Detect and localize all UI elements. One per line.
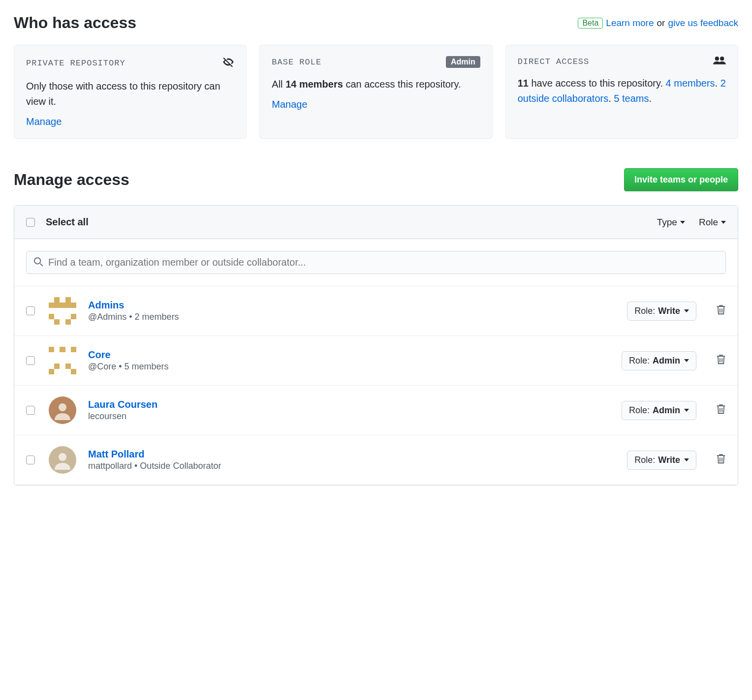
row-checkbox[interactable] (26, 306, 35, 315)
role-prefix: Role: (629, 356, 650, 366)
card-title: PRIVATE REPOSITORY (26, 59, 125, 68)
role-prefix: Role: (629, 405, 650, 416)
entity-info: Admins@Admins • 2 members (88, 300, 627, 322)
beta-badge: Beta (578, 18, 603, 29)
search-area (14, 239, 738, 286)
or-text: or (657, 18, 665, 29)
entity-info: Core@Core • 5 members (88, 349, 622, 372)
svg-point-0 (715, 57, 719, 61)
delete-button[interactable] (716, 354, 726, 367)
role-dropdown[interactable]: Role: Admin (622, 401, 696, 420)
entity-info: Laura Coursenlecoursen (88, 399, 622, 422)
who-has-access-header: Who has access Beta Learn more or give u… (14, 14, 738, 32)
entity-name-link[interactable]: Laura Coursen (88, 399, 157, 410)
entity-subtext: lecoursen (88, 411, 622, 422)
text: can access this repository. (343, 79, 461, 90)
people-icon (713, 56, 726, 67)
select-all-label: Select all (46, 216, 89, 228)
role-prefix: Role: (634, 455, 655, 465)
svg-point-5 (59, 453, 66, 461)
row-checkbox[interactable] (26, 356, 35, 365)
row-checkbox[interactable] (26, 406, 35, 415)
row-checkbox[interactable] (26, 456, 35, 464)
feedback-link[interactable]: give us feedback (668, 18, 738, 29)
card-title: BASE ROLE (272, 58, 321, 67)
text: All (272, 79, 285, 90)
learn-more-link[interactable]: Learn more (606, 18, 654, 29)
page-title: Who has access (14, 14, 136, 32)
select-all-checkbox[interactable] (26, 218, 35, 227)
access-row: Matt Pollardmattpollard • Outside Collab… (14, 435, 738, 485)
filter-type[interactable]: Type (657, 217, 685, 228)
entity-name-link[interactable]: Matt Pollard (88, 449, 144, 459)
role-dropdown[interactable]: Role: Write (627, 451, 696, 470)
entity-subtext: mattpollard • Outside Collaborator (88, 461, 627, 471)
role-value: Admin (653, 405, 680, 416)
user-avatar (49, 446, 76, 474)
chevron-down-icon (721, 221, 726, 224)
filter-label: Role (699, 217, 718, 228)
entity-subtext: @Admins • 2 members (88, 312, 627, 322)
section-title: Manage access (14, 171, 129, 189)
chevron-down-icon (684, 458, 689, 461)
access-row: Admins@Admins • 2 membersRole: Write (14, 286, 738, 336)
manage-link[interactable]: Manage (26, 116, 62, 127)
text: . (649, 93, 652, 104)
entity-name-link[interactable]: Admins (88, 300, 124, 310)
search-box[interactable] (26, 251, 726, 274)
list-header: Select all Type Role (14, 206, 738, 239)
card-body: All 14 members can access this repositor… (272, 77, 480, 92)
role-value: Write (658, 306, 680, 316)
svg-point-1 (720, 57, 724, 61)
card-direct-access: DIRECT ACCESS 11 have access to this rep… (505, 45, 738, 139)
role-dropdown[interactable]: Role: Write (627, 302, 696, 321)
chevron-down-icon (684, 309, 689, 312)
user-avatar (49, 396, 76, 424)
invite-button[interactable]: Invite teams or people (624, 168, 738, 191)
svg-line-3 (40, 263, 43, 266)
chevron-down-icon (680, 221, 685, 224)
filter-label: Type (657, 217, 677, 228)
avatar (49, 347, 76, 374)
search-icon (33, 257, 43, 269)
card-body: Only those with access to this repositor… (26, 79, 234, 109)
entity-subtext: @Core • 5 members (88, 362, 622, 372)
svg-point-2 (34, 257, 41, 264)
access-row: Laura CoursenlecoursenRole: Admin (14, 386, 738, 435)
card-body: 11 have access to this repository. 4 mem… (518, 76, 726, 106)
entity-info: Matt Pollardmattpollard • Outside Collab… (88, 449, 627, 471)
chevron-down-icon (684, 359, 689, 362)
card-private-repo: PRIVATE REPOSITORY Only those with acces… (14, 45, 247, 139)
role-value: Write (658, 455, 680, 465)
access-list-box: Select all Type Role Admins@Admins • 2 m… (14, 205, 738, 486)
delete-button[interactable] (716, 454, 726, 466)
filter-role[interactable]: Role (699, 217, 726, 228)
svg-point-4 (59, 403, 66, 411)
card-base-role: BASE ROLE Admin All 14 members can acces… (259, 45, 492, 139)
text: . (715, 78, 721, 89)
header-actions: Beta Learn more or give us feedback (578, 18, 738, 29)
manage-link[interactable]: Manage (272, 99, 307, 110)
avatar (49, 297, 76, 325)
role-value: Admin (653, 356, 680, 366)
access-count: 11 (518, 78, 529, 89)
role-prefix: Role: (634, 306, 655, 316)
delete-button[interactable] (716, 404, 726, 417)
manage-access-header: Manage access Invite teams or people (14, 168, 738, 191)
access-cards: PRIVATE REPOSITORY Only those with acces… (14, 45, 738, 139)
search-input[interactable] (47, 256, 719, 269)
access-row: Core@Core • 5 membersRole: Admin (14, 336, 738, 386)
team-avatar (49, 347, 76, 374)
admin-badge: Admin (446, 56, 480, 68)
chevron-down-icon (684, 409, 689, 412)
teams-link[interactable]: 5 teams (614, 93, 649, 104)
delete-button[interactable] (716, 304, 726, 317)
members-link[interactable]: 4 members (666, 78, 715, 89)
text: . (608, 93, 614, 104)
text: have access to this repository. (529, 78, 666, 89)
eye-slash-icon (222, 56, 234, 70)
entity-name-link[interactable]: Core (88, 349, 111, 360)
card-title: DIRECT ACCESS (518, 57, 590, 66)
role-dropdown[interactable]: Role: Admin (622, 351, 696, 370)
member-count: 14 members (285, 79, 343, 90)
